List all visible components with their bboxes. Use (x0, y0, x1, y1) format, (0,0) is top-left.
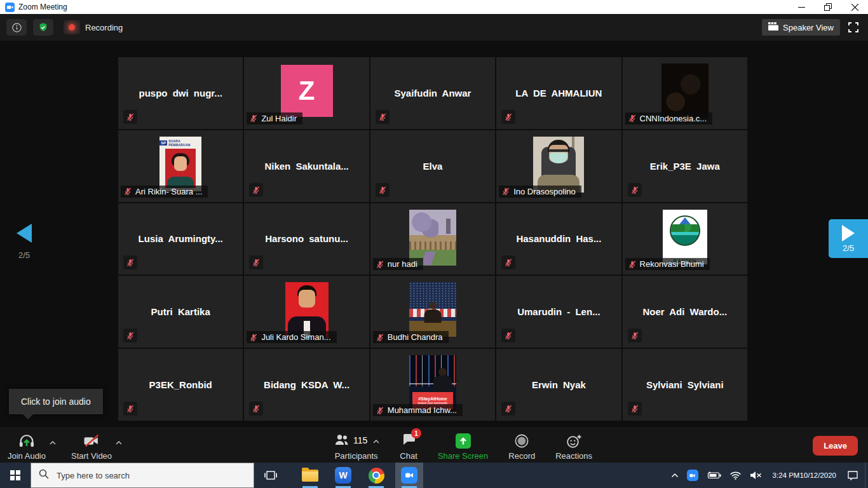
fullscreen-icon[interactable] (848, 22, 859, 33)
participant-tile[interactable]: Putri Kartika (118, 276, 243, 348)
video-gallery-stage: puspo dwi nugr...ZZul HaidirSyaifudin An… (0, 41, 868, 427)
chat-button[interactable]: 1 Chat (400, 432, 417, 461)
participant-name: Budhi Chandra (388, 332, 443, 342)
headphones-icon (18, 432, 36, 449)
avatar-video-masked-man (533, 137, 584, 193)
share-screen-button[interactable]: Share Screen (438, 432, 489, 461)
avatar-formal-photo (285, 282, 329, 338)
tray-date: 10/12/2020 (799, 471, 836, 480)
action-center-icon[interactable] (847, 470, 858, 480)
share-screen-label: Share Screen (438, 451, 489, 461)
start-video-button[interactable]: Start Video (71, 432, 112, 461)
muted-mic-icon (628, 114, 637, 123)
previous-page-button[interactable]: 2/5 (10, 224, 38, 260)
participant-tile[interactable]: P3EK_Ronbid (118, 349, 243, 421)
tray-time: 3:24 PM (773, 471, 800, 480)
video-options-chevron-icon[interactable] (116, 437, 122, 447)
close-button[interactable] (841, 0, 868, 14)
speaker-view-label: Speaker View (783, 23, 834, 32)
participants-label: Participants (335, 451, 378, 461)
muted-mic-icon (630, 186, 639, 194)
file-explorer-icon[interactable] (296, 463, 324, 488)
recording-label: Recording (85, 23, 123, 32)
task-view-button[interactable] (257, 463, 285, 488)
windows-taskbar: W 3:24 PM 10/12/2020 (0, 463, 868, 488)
participant-tile[interactable]: Lusia Arumingty... (118, 203, 243, 275)
participant-name-label: Rekonvasi Bhumi (625, 258, 710, 270)
participant-tile[interactable]: Niken Sakuntala... (244, 130, 369, 202)
tray-zoom-icon[interactable] (687, 470, 698, 481)
reactions-button[interactable]: Reactions (555, 432, 592, 461)
meeting-info-icon[interactable] (6, 19, 27, 36)
encryption-shield-icon[interactable] (33, 19, 53, 36)
participant-name-label: Muhammad Ichw... (373, 404, 463, 416)
participant-name: Juli Kardo Siman... (261, 332, 330, 342)
participant-tile[interactable]: LA DE AHMALIUN (496, 57, 621, 129)
page-indicator: 2/5 (843, 243, 854, 253)
participant-name-label: Ino Drasospolino (499, 186, 581, 198)
search-icon (39, 469, 49, 482)
participant-tile[interactable]: ZZul Haidir (244, 57, 369, 129)
participant-tile[interactable]: Hasanuddin Has... (496, 203, 621, 275)
muted-mic-icon (126, 331, 135, 340)
participant-tile[interactable]: Syaifudin Anwar (370, 57, 495, 129)
tray-expand-chevron-icon[interactable] (671, 473, 679, 478)
restore-button[interactable] (815, 0, 841, 14)
avatar-letter: Z (281, 65, 333, 117)
participant-tile[interactable]: Erik_P3E Jawa (623, 130, 747, 202)
reactions-label: Reactions (555, 451, 592, 461)
start-menu-button[interactable] (0, 463, 31, 488)
taskbar-clock[interactable]: 3:24 PM 10/12/2020 (773, 471, 836, 480)
participant-tile[interactable]: nur hadi (370, 203, 495, 275)
participant-tile[interactable]: Bidang KSDA W... (244, 349, 369, 421)
participant-name-label: Juli Kardo Siman... (247, 331, 336, 343)
meeting-toolbar: Join Audio Start Video 115 (0, 427, 868, 463)
volume-muted-icon[interactable] (750, 471, 762, 480)
zoom-taskbar-icon[interactable] (395, 463, 423, 488)
chrome-icon[interactable] (362, 463, 390, 488)
participant-name: CNNIndonesia.c... (640, 114, 707, 123)
participant-tile[interactable]: Elva (370, 130, 495, 202)
participant-tile[interactable]: Sylviani Sylviani (623, 349, 747, 421)
record-icon (514, 432, 529, 449)
battery-charging-icon[interactable] (707, 471, 721, 480)
muted-mic-icon (378, 186, 387, 194)
chat-unread-badge: 1 (411, 428, 421, 438)
minimize-button[interactable] (788, 0, 815, 14)
participant-name-label: Ari Rikin- Suara ... (121, 186, 208, 198)
participant-tile[interactable]: SPSUARA PEMBARUANAri Rikin- Suara ... (118, 130, 243, 202)
avatar-id-card-photo: SPSUARA PEMBARUAN (159, 137, 201, 191)
participant-tile[interactable]: puspo dwi nugr... (118, 57, 243, 129)
search-input[interactable] (55, 470, 233, 481)
participant-tile[interactable]: Umarudin - Len... (496, 276, 621, 348)
speaker-view-button[interactable]: Speaker View (762, 19, 840, 36)
participants-chevron-icon[interactable] (373, 436, 379, 445)
participant-tile[interactable]: Harsono satunu... (244, 203, 369, 275)
next-page-button[interactable]: 2/5 (829, 219, 868, 258)
participant-tile[interactable]: Erwin Nyak (496, 349, 621, 421)
windows-logo-icon (10, 470, 20, 480)
audio-options-chevron-icon[interactable] (50, 437, 56, 447)
participant-tile[interactable]: BANTENRekonvasi Bhumi (623, 203, 747, 275)
participant-tile[interactable]: Ino Drasospolino (496, 130, 621, 202)
participant-tile[interactable]: Juli Kardo Siman... (244, 276, 369, 348)
join-audio-button[interactable]: Join Audio (8, 432, 46, 461)
participant-tile[interactable]: CNNIndonesia.c... (623, 57, 747, 129)
taskbar-search[interactable] (31, 463, 254, 488)
record-button[interactable]: Record (508, 432, 535, 461)
participants-button[interactable]: 115 Participants (333, 432, 379, 461)
participant-tile[interactable]: Noer Adi Wardo... (623, 276, 747, 348)
wifi-icon[interactable] (729, 471, 742, 480)
show-desktop-button[interactable] (865, 463, 868, 488)
participants-icon (333, 432, 350, 449)
muted-mic-icon (126, 112, 135, 121)
participant-tile[interactable]: #StayAtHomeprotect your communityMuhamma… (370, 349, 495, 421)
muted-mic-icon (504, 112, 513, 121)
leave-button[interactable]: Leave (813, 436, 858, 456)
participant-tile[interactable]: Budhi Chandra (370, 276, 495, 348)
muted-mic-icon (630, 404, 639, 413)
participants-grid: puspo dwi nugr...ZZul HaidirSyaifudin An… (118, 57, 747, 421)
muted-mic-icon (504, 258, 513, 267)
wps-office-icon[interactable]: W (329, 463, 357, 488)
participant-name: Rekonvasi Bhumi (640, 259, 704, 269)
